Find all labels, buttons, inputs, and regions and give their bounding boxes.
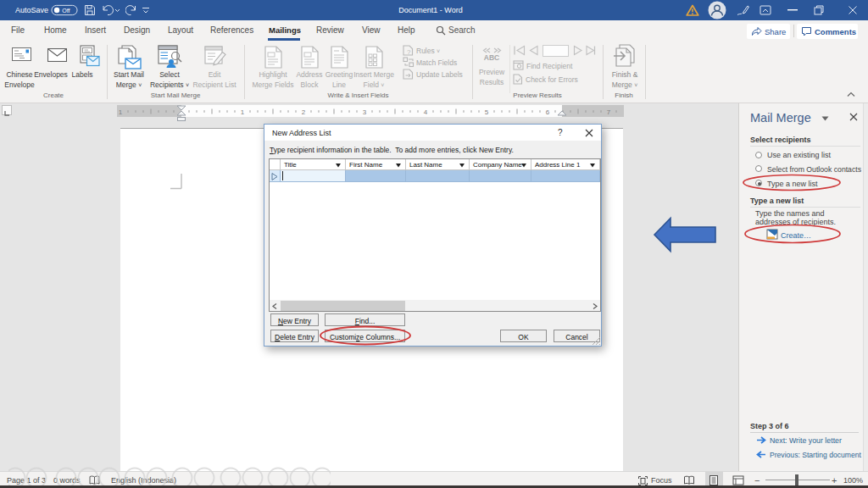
svg-text:2: 2 xyxy=(302,108,306,116)
svg-text:5: 5 xyxy=(485,108,489,116)
svg-text:3: 3 xyxy=(363,108,367,116)
svg-text:6: 6 xyxy=(546,108,550,116)
svg-text:1: 1 xyxy=(119,108,123,116)
svg-text:1: 1 xyxy=(241,108,245,116)
svg-text:4: 4 xyxy=(424,108,428,116)
svg-text:7: 7 xyxy=(607,108,611,116)
svg-text:?: ? xyxy=(407,48,411,56)
svg-text:Off: Off xyxy=(62,8,70,14)
